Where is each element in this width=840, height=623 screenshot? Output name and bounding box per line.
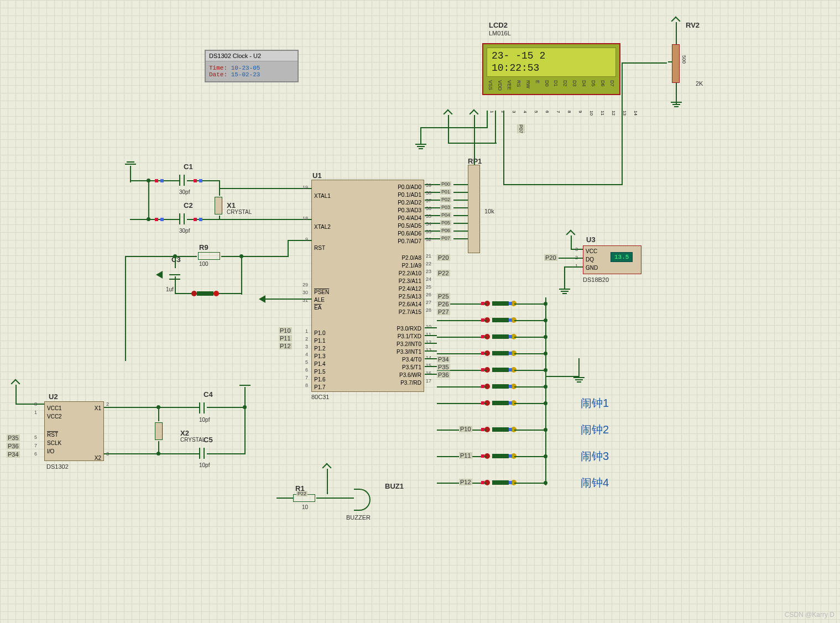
lcd-line1: 23- -15 2 (492, 50, 611, 62)
net-p07: P07 (440, 235, 451, 241)
rv2-ref: RV2 (686, 21, 700, 29)
date-value: 15-02-23 (231, 71, 260, 78)
alarm-3: 闹钟3 (581, 449, 609, 464)
capacitor-c5[interactable] (199, 448, 205, 460)
u2-ref: U2 (49, 392, 58, 401)
net-p20: P20 (437, 254, 450, 261)
net-p27: P27 (437, 308, 450, 315)
time-value: 10-23-05 (231, 65, 260, 71)
net-p00: P00 (440, 181, 451, 187)
resistor-pack-rp1[interactable] (468, 165, 480, 253)
x2-part: CRYSTAL (180, 437, 205, 443)
c2-ref: C2 (184, 201, 193, 210)
resistor-r9[interactable] (198, 252, 220, 260)
c2-val: 30pf (179, 228, 190, 234)
net-p06: P06 (440, 228, 451, 233)
u2-part: DS1302 (46, 463, 69, 470)
u3-ref: U3 (586, 235, 596, 244)
alarm-4: 闹钟4 (581, 475, 609, 490)
crystal-x2[interactable] (155, 422, 163, 440)
net-p03: P03 (440, 205, 451, 210)
u1-ref: U1 (312, 171, 322, 180)
lcd-part: LM016L (489, 30, 511, 36)
net-alarm-p10: P10 (459, 426, 472, 432)
debug-window[interactable]: DS1302 Clock - U2 Time: 10-23-05 Date: 1… (205, 50, 299, 82)
net-p05: P05 (440, 220, 451, 226)
net-p25: P25 (437, 293, 450, 300)
net-p10: P10 (279, 327, 292, 334)
net-p12: P12 (279, 343, 292, 349)
net-p11: P11 (279, 335, 292, 342)
capacitor-c1[interactable] (179, 175, 185, 187)
debug-title: DS1302 Clock - U2 (206, 51, 298, 61)
c4-val: 10pf (199, 417, 210, 423)
net-p02: P02 (440, 197, 451, 202)
time-label: Time: (209, 65, 227, 71)
gnd-buttons (573, 377, 585, 378)
gnd-lcd (415, 144, 426, 145)
u3-part: DS18B20 (583, 276, 609, 283)
net-alarm-p11: P11 (459, 452, 472, 459)
buzzer-component[interactable] (354, 489, 371, 511)
x2-ref: X2 (180, 429, 189, 437)
lcd-component[interactable]: 23- -15 2 10:22:53 VSSVDDVEERSRWED0D1D2D… (482, 43, 620, 95)
net-p34: P34 (7, 451, 20, 458)
schematic-canvas: DS1302 Clock - U2 Time: 10-23-05 Date: 1… (0, 0, 840, 623)
temp-display: 13.5 (611, 252, 633, 262)
potentiometer-rv2[interactable] (672, 44, 680, 83)
gnd-osc (125, 164, 136, 165)
crystal-x1[interactable] (215, 197, 222, 214)
net-p04: P04 (440, 212, 451, 218)
c1-val: 30pf (179, 189, 190, 195)
net-p22: P22 (437, 270, 450, 276)
net-p35: P35 (437, 364, 450, 370)
c1-ref: C1 (184, 163, 193, 171)
lcd-screen: 23- -15 2 10:22:53 (487, 48, 616, 77)
net-p01: P01 (440, 189, 451, 195)
x1-ref: X1 (227, 201, 236, 210)
r9-val: 100 (199, 261, 208, 267)
date-label: Date: (209, 71, 227, 78)
reset-button[interactable] (191, 289, 219, 299)
c4-ref: C4 (204, 390, 213, 399)
gnd-x2 (239, 385, 251, 386)
capacitor-c4[interactable] (199, 402, 205, 415)
net-u3-p20: P20 (544, 254, 557, 261)
gnd-rv2-1 (671, 102, 682, 103)
chip-u1[interactable]: XTAL1XTAL2RSTPSENALEEA P1.0P1.1P1.2P1.3P… (311, 180, 424, 392)
lcd-ref: LCD2 (489, 21, 508, 29)
net-p34: P34 (437, 356, 450, 363)
rp1-val: 10k (484, 208, 494, 214)
rv2-val: 2K (696, 80, 703, 87)
gnd-arrow-c3 (156, 271, 163, 279)
net-p26: P26 (437, 301, 450, 307)
rv2-res: 500 (681, 55, 687, 64)
net-p35: P35 (7, 434, 20, 441)
alarm-2: 闹钟2 (581, 422, 609, 437)
capacitor-c3[interactable] (168, 274, 180, 280)
r9-ref: R9 (199, 243, 208, 252)
net-p22-r1: P22 (296, 491, 307, 496)
lcd-pin-row: VSSVDDVEERSRWED0D1D2D3D4D5D6D7 (487, 80, 616, 91)
r1-val: 10 (302, 504, 308, 510)
capacitor-c2[interactable] (179, 213, 185, 226)
lcd-pinnum-row: 1234567891011121314 (486, 111, 638, 116)
buz-ref: BUZ1 (385, 482, 404, 490)
lcd-line2: 10:22:53 (492, 62, 611, 75)
net-alarm-p12: P12 (459, 479, 472, 485)
watermark: CSDN @Karry D (785, 611, 834, 619)
chip-u2[interactable]: VCC1 VCC2 RST SCLK I/O X1 X2 (44, 401, 104, 461)
gnd-arrow-ea (259, 295, 265, 303)
c3-val: 1uf (166, 286, 174, 292)
c5-val: 10pf (199, 462, 210, 468)
net-p36: P36 (7, 443, 20, 449)
buz-part: BUZZER (346, 514, 371, 521)
net-p36: P36 (437, 371, 450, 378)
u1-part: 80C31 (311, 394, 329, 400)
alarm-1: 闹钟1 (581, 396, 609, 411)
gnd-u3 (559, 289, 570, 290)
x1-part: CRYSTAL (227, 209, 252, 215)
